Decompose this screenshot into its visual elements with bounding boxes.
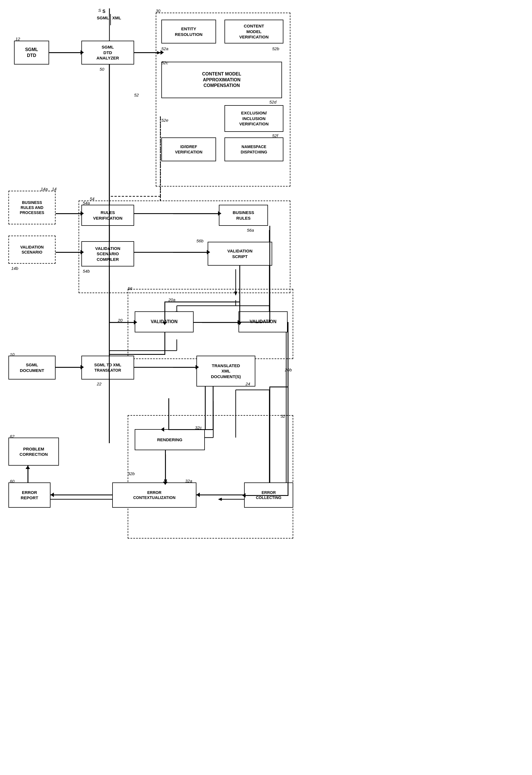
arrow-vsc-vs-head — [207, 250, 210, 254]
s-label-text: S — [102, 9, 105, 14]
namespace-dispatching-box: NAMESPACEDISPATCHING — [224, 137, 284, 161]
xml-input-label: XML — [112, 15, 121, 20]
label-32a: 32a — [185, 479, 192, 483]
label-14: 14 — [52, 186, 57, 191]
arrow-errrep-probcorr-head — [26, 466, 30, 469]
arrow-v1-v2 — [193, 322, 238, 323]
business-rules-box: BUSINESSRULES — [219, 205, 268, 226]
arrow-rv-br-head — [218, 211, 221, 216]
arrow-analyzer-52-head — [160, 50, 164, 55]
label-32b: 32b — [128, 471, 135, 476]
label-12: 12 — [15, 36, 20, 41]
arrow-20b-head — [242, 493, 245, 498]
label-24: 24 — [245, 381, 250, 386]
exclusion-inclusion-box: EXCLUSION/INCLUSIONVERIFICATION — [224, 105, 284, 132]
line-20a-v2 — [239, 301, 240, 322]
arrow-rv-br — [134, 213, 219, 214]
arrow-errctx-errrep — [50, 495, 112, 495]
line-xml-errcol — [270, 386, 270, 483]
content-model-approx-box: CONTENT MODELAPPROXIMATIONCOMPENSATION — [161, 62, 282, 98]
line-translxml-rendering — [205, 386, 206, 430]
arrow-trans-xml — [134, 367, 196, 368]
label-22: 22 — [97, 381, 102, 386]
line-20b-bottom — [244, 495, 288, 496]
id-idref-box: ID/IDREFVERIFICATION — [161, 137, 216, 161]
line-xml-right — [270, 386, 288, 388]
label-50: 50 — [100, 67, 104, 71]
line-br-v2-horiz — [239, 322, 270, 322]
line-to-render — [168, 429, 213, 430]
arrow-render-errctx-head — [163, 482, 167, 485]
label-54b: 54b — [83, 269, 90, 273]
line-xml-render — [213, 386, 213, 430]
arrow-main-v1-head — [134, 320, 137, 324]
sgml-xml-divider — [110, 14, 111, 25]
main-vertical-line — [109, 64, 110, 443]
line-20b-right — [288, 322, 289, 496]
label-60: 60 — [10, 479, 15, 484]
label-56b: 56b — [196, 238, 203, 243]
label-14a: 14a — [41, 186, 48, 191]
arrow-main-v1 — [109, 322, 135, 323]
diagram-container: S S SGML XML 30 SGMLDTD 12 SGMLDTDANALYZ… — [0, 0, 298, 775]
arrow-20a-v1-head — [162, 322, 167, 325]
arrow-analyzer-52 — [134, 52, 161, 53]
arrow-errctx-errrep-head — [50, 493, 54, 497]
arrow-dtd-analyzer-head — [80, 50, 84, 55]
arrow-vs-vsc — [56, 252, 81, 253]
spacer1 — [168, 0, 169, 1]
arrow-errcol-errctx-head — [196, 493, 200, 497]
line-feedback-main — [109, 354, 165, 355]
line-render-errctx — [165, 450, 166, 483]
line-render-vert — [168, 398, 169, 430]
line-20a-v1 — [164, 301, 165, 322]
error-contextualization-box: ERRORCONTEXTUALIZATION — [112, 483, 196, 508]
label-52e: 52e — [161, 118, 168, 123]
label-52c: 52c — [161, 60, 168, 65]
sgml-document-box: SGMLDOCUMENT — [8, 356, 56, 379]
sgml-input-label: SGML — [97, 15, 109, 20]
label-10: 10 — [10, 352, 15, 357]
line-v1-feedback — [164, 332, 165, 355]
error-report-box: ERRORREPORT — [8, 483, 50, 508]
validation-scenario-compiler-box: VALIDATIONSCENARIOCOMPILER — [81, 241, 134, 266]
label-62: 62 — [10, 434, 15, 439]
label-14b: 14b — [11, 266, 18, 271]
rendering-box: RENDERING — [135, 429, 205, 450]
rules-verification-box: RULESVERIFICATION — [81, 205, 134, 226]
problem-correction-box: PROBLEMCORRECTION — [8, 438, 59, 466]
sgml-dtd-box: SGMLDTD — [14, 41, 49, 64]
label-52: 52 — [134, 93, 139, 97]
sgml-to-xml-box: SGML TO XMLTRANSLATOR — [81, 356, 134, 379]
label-52b: 52b — [272, 46, 279, 51]
arrow-vs-vsc-head — [80, 250, 84, 254]
content-model-verification-box: CONTENTMODELVERIFICATION — [224, 20, 284, 43]
sgml-dtd-analyzer-box: SGMLDTDANALYZER — [81, 41, 134, 64]
dashed-52-down — [160, 116, 161, 200]
label-s: S — [98, 8, 101, 13]
arrow-br-rv-head — [80, 211, 84, 216]
arrow-rendering-head — [161, 427, 164, 432]
arrow-vsc-vs — [134, 252, 208, 253]
validation-script-box: VALIDATIONSCRIPT — [208, 242, 272, 266]
line-br-v2 — [270, 226, 270, 322]
arrow-doc-trans — [56, 367, 81, 368]
arrow-trans-xml-head — [195, 365, 199, 369]
label-52d: 52d — [270, 100, 277, 104]
arrow-br-rv — [56, 213, 81, 214]
line-20a-branch — [164, 301, 240, 302]
arrow-dtd-analyzer — [49, 52, 81, 53]
arrow-doc-trans-head — [80, 365, 84, 369]
label-54a: 54a — [83, 200, 90, 205]
arrow-errcol-errctx — [196, 495, 244, 495]
validation-scenario-box: VALIDATIONSCENARIO — [8, 236, 56, 264]
entity-resolution-box: ENTITYRESOLUTION — [161, 20, 216, 43]
label-32: 32 — [281, 414, 286, 419]
label-56a: 56a — [247, 228, 254, 232]
business-rules-processes-box: BUSINESSRULES ANDPROCESSES — [8, 191, 56, 224]
